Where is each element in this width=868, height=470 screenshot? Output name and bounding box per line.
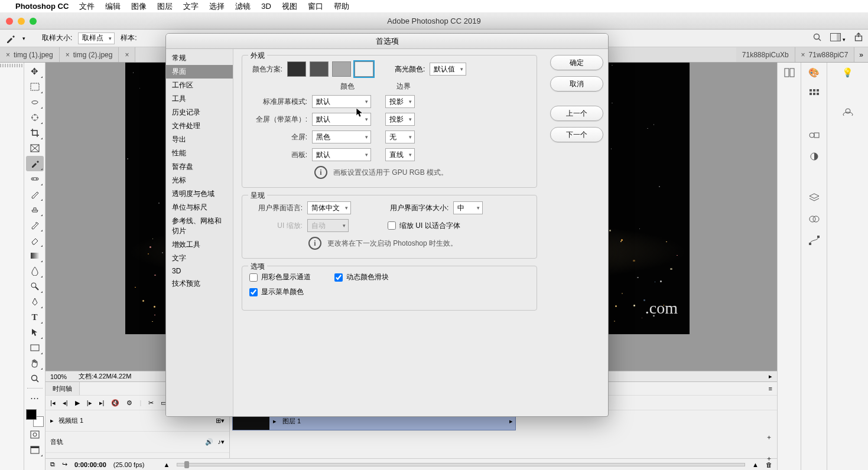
prefs-category-item[interactable]: 常规 — [166, 51, 233, 65]
foreground-color[interactable] — [26, 409, 37, 420]
close-tab-icon[interactable]: × — [6, 51, 10, 59]
color-scheme-swatch[interactable] — [332, 61, 351, 77]
prefs-category-item[interactable]: 3D — [166, 265, 233, 277]
clone-stamp-tool[interactable] — [26, 202, 44, 217]
zoom-in-timeline-icon[interactable]: ▲ — [752, 461, 759, 468]
color-scheme-swatch[interactable] — [287, 61, 306, 77]
swatches-panel-icon[interactable] — [808, 87, 821, 100]
tool-preset-icon[interactable] — [5, 32, 17, 44]
go-last-frame-icon[interactable]: ▸| — [99, 399, 105, 407]
document-tab[interactable]: ×timg (2).jpeg — [60, 47, 119, 62]
ui-font-size-select[interactable]: 中 — [453, 201, 483, 214]
close-tab-icon[interactable]: × — [125, 51, 129, 59]
color-scheme-swatch[interactable] — [355, 61, 373, 77]
prefs-category-item[interactable]: 性能 — [166, 146, 233, 160]
hand-tool[interactable] — [26, 355, 44, 371]
scale-to-fit-checkbox[interactable]: 缩放 UI 以适合字体 — [388, 221, 460, 231]
frame-tool[interactable] — [26, 141, 44, 156]
document-tab[interactable]: ×71w888piC7 — [795, 47, 855, 62]
document-tab[interactable]: 71k888piCuXb — [736, 47, 795, 62]
share-icon[interactable] — [854, 32, 863, 44]
rectangle-tool[interactable] — [26, 340, 44, 355]
panel-menu-icon[interactable]: ≡ — [764, 385, 777, 392]
color-panel-icon[interactable]: 🎨 — [808, 66, 821, 79]
go-first-frame-icon[interactable]: |◂ — [50, 399, 56, 407]
marquee-tool[interactable] — [26, 79, 44, 94]
zoom-level[interactable]: 100% — [50, 373, 67, 380]
play-icon[interactable]: ▶ — [75, 399, 80, 407]
learn-panel-icon[interactable]: 💡 — [841, 66, 854, 79]
mode-color-select[interactable]: 默认 — [312, 95, 371, 108]
render-icon[interactable]: ↪ — [62, 461, 67, 468]
styles-panel-icon[interactable] — [808, 150, 821, 163]
prefs-category-item[interactable]: 参考线、网格和切片 — [166, 214, 233, 238]
next-frame-icon[interactable]: |▸ — [87, 399, 92, 407]
app-name[interactable]: Photoshop CC — [15, 2, 69, 11]
menu-colors-checkbox[interactable]: 显示菜单颜色 — [249, 287, 304, 297]
mode-color-select[interactable]: 黑色 — [312, 130, 371, 143]
color-scheme-swatch[interactable] — [310, 61, 329, 77]
menu-layer[interactable]: 图层 — [157, 1, 173, 12]
screen-mode-icon[interactable] — [26, 442, 44, 458]
timeline-settings-icon[interactable]: ⚙ — [126, 399, 132, 407]
timeline-tab[interactable]: 时间轴 — [45, 382, 80, 395]
tool-preset-dropdown-icon[interactable]: ▾ — [22, 35, 25, 41]
ok-button[interactable]: 确定 — [550, 55, 603, 70]
convert-timeline-icon[interactable]: ⧉ — [50, 461, 55, 468]
doc-info[interactable]: 文档:4.22M/4.22M — [79, 372, 131, 381]
brush-tool[interactable] — [26, 187, 44, 202]
prefs-category-item[interactable]: 光标 — [166, 174, 233, 187]
type-tool[interactable]: T — [26, 309, 44, 325]
workspace-switcher-icon[interactable]: ▾ — [830, 33, 846, 43]
timeline-track-area[interactable]: ▸ 图层 1 ▸ ＋ ＋ — [230, 410, 777, 458]
close-tab-icon[interactable]: × — [66, 51, 70, 59]
split-clip-icon[interactable]: ✂ — [148, 399, 154, 407]
prev-button[interactable]: 上一个 — [550, 106, 603, 121]
prefs-category-item[interactable]: 单位与标尺 — [166, 201, 233, 214]
crop-tool[interactable] — [26, 125, 44, 141]
quick-select-tool[interactable] — [26, 110, 44, 125]
layers-panel-icon[interactable] — [808, 191, 821, 204]
menu-select[interactable]: 选择 — [209, 1, 225, 12]
next-button[interactable]: 下一个 — [550, 127, 603, 142]
audio-track-row[interactable]: 音轨 🔊 ♪▾ — [45, 432, 229, 453]
prefs-category-item[interactable]: 导出 — [166, 133, 233, 146]
status-more-icon[interactable]: ▸ — [769, 373, 772, 380]
menu-filter[interactable]: 滤镜 — [235, 1, 251, 12]
document-tab[interactable]: × — [119, 47, 135, 62]
zoom-tool[interactable] — [26, 371, 44, 386]
tabs-overflow-icon[interactable]: » — [854, 47, 868, 62]
path-select-tool[interactable] — [26, 325, 44, 340]
menu-image[interactable]: 图像 — [131, 1, 147, 12]
properties-panel-icon[interactable] — [783, 66, 796, 79]
color-channels-checkbox[interactable]: 用彩色显示通道 — [249, 272, 311, 282]
expand-icon[interactable]: ▸ — [50, 417, 54, 425]
eraser-tool[interactable] — [26, 233, 44, 248]
highlight-color-select[interactable]: 默认值 — [430, 63, 466, 76]
zoom-out-timeline-icon[interactable]: ▲ — [163, 461, 170, 468]
clip-end-handle[interactable]: ▸ — [509, 417, 515, 425]
prefs-category-item[interactable]: 工作区 — [166, 79, 233, 92]
menu-3d[interactable]: 3D — [261, 2, 271, 11]
color-swatches[interactable] — [26, 409, 44, 427]
mode-border-select[interactable]: 无 — [385, 130, 415, 143]
prefs-category-item[interactable]: 透明度与色域 — [166, 187, 233, 201]
mode-color-select[interactable]: 默认 — [312, 113, 371, 126]
menu-window[interactable]: 窗口 — [308, 1, 323, 12]
ui-language-select[interactable]: 简体中文 — [307, 201, 351, 214]
dynamic-sliders-checkbox[interactable]: 动态颜色滑块 — [334, 272, 389, 282]
prefs-category-item[interactable]: 技术预览 — [166, 277, 233, 291]
mode-border-select[interactable]: 投影 — [385, 113, 415, 126]
move-tool[interactable]: ✥ — [26, 64, 44, 79]
prefs-category-item[interactable]: 文字 — [166, 252, 233, 265]
edit-toolbar-icon[interactable]: ⋯ — [26, 390, 44, 406]
paths-panel-icon[interactable] — [808, 234, 821, 247]
quick-mask-icon[interactable] — [26, 427, 44, 442]
libraries-panel-icon[interactable] — [841, 105, 854, 118]
prefs-category-item[interactable]: 暂存盘 — [166, 160, 233, 174]
timeline-zoom-slider[interactable] — [177, 463, 745, 466]
search-icon[interactable] — [812, 32, 822, 44]
prefs-category-item[interactable]: 文件处理 — [166, 119, 233, 133]
menu-help[interactable]: 帮助 — [334, 1, 349, 12]
menu-file[interactable]: 文件 — [79, 1, 95, 12]
